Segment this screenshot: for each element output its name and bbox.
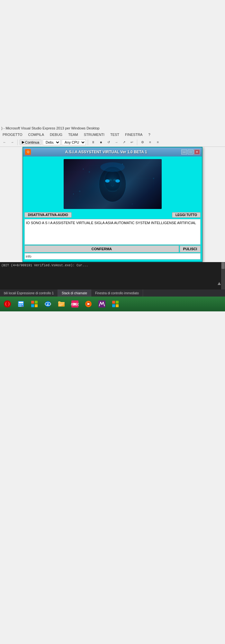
asia-minimize-btn[interactable]: — xyxy=(181,149,187,155)
play-icon: ▶ xyxy=(22,140,24,144)
svg-rect-38 xyxy=(59,304,64,304)
vs-toolbar: ← → ▶ Continua Debug Any CPU ⏸ ■ ↺ → ↗ ↩… xyxy=(0,138,225,147)
asia-confirm-row: CONFERMA PULISCI xyxy=(24,245,201,252)
svg-rect-33 xyxy=(35,304,38,307)
svg-rect-25 xyxy=(20,304,21,305)
menu-help[interactable]: ? xyxy=(147,132,151,137)
svg-rect-40 xyxy=(59,306,61,306)
toolbar-restart-btn[interactable]: ↺ xyxy=(105,139,112,146)
toolbar-step3-btn[interactable]: ↩ xyxy=(129,139,135,146)
vs-bottom-tabs: bili locali Espressione di controllo 1 S… xyxy=(0,289,225,297)
svg-rect-23 xyxy=(19,302,23,303)
asia-title-text: A.S.I.A ASSYSTENT VIRTUAL Ver 1.0 BETA 1 xyxy=(31,150,181,154)
asia-image-container xyxy=(23,156,202,212)
toolbar-extra-btn[interactable]: ⚙ xyxy=(139,139,146,146)
svg-rect-39 xyxy=(59,305,63,305)
menu-compila[interactable]: COMPILA xyxy=(27,132,46,137)
btn-leggi-tutto[interactable]: LEGGI TUTTO xyxy=(172,212,201,218)
debug-scrollbar-v[interactable] xyxy=(221,262,225,289)
svg-rect-48 xyxy=(112,301,115,304)
taskbar-ie[interactable]: e xyxy=(42,298,54,310)
svg-rect-28 xyxy=(20,306,21,307)
taskbar-opera[interactable] xyxy=(1,298,14,310)
toolbar-stop-btn[interactable]: ■ xyxy=(98,139,104,146)
toolbar-continua-btn[interactable]: ▶ Continua xyxy=(20,139,41,145)
debug-scrollbar-h[interactable] xyxy=(217,282,221,286)
toolbar-sep-3 xyxy=(137,139,137,145)
asia-close-btn[interactable]: ✕ xyxy=(194,149,200,155)
toolbar-unindent-btn[interactable]: ≡ xyxy=(155,139,161,146)
svg-rect-50 xyxy=(112,304,115,307)
svg-rect-26 xyxy=(22,304,23,305)
asia-app-icon: 🎨 xyxy=(25,149,31,155)
svg-rect-49 xyxy=(116,301,119,304)
toolbar-sep-1 xyxy=(17,139,18,145)
asia-action-row: DISATTIVA-ATTIVA-AUDIO LEGGI TUTTO xyxy=(23,212,202,218)
btn-disattiva-attiva-audio[interactable]: DISATTIVA-ATTIVA-AUDIO xyxy=(24,212,72,218)
svg-rect-27 xyxy=(19,306,20,307)
menu-test[interactable]: TEST xyxy=(109,132,121,137)
vs-title-bar: ) - Microsoft Visual Studio Express 2013… xyxy=(0,125,225,131)
toolbar-cpu-select[interactable]: Any CPU xyxy=(62,139,86,145)
taskbar-media-player[interactable] xyxy=(82,298,94,310)
menu-debug[interactable]: DEBUG xyxy=(49,132,64,137)
asia-maximize-btn[interactable]: □ xyxy=(188,149,194,155)
svg-point-21 xyxy=(6,302,9,306)
bottom-tab-immediate[interactable]: Finestra di controllo immediato xyxy=(91,289,143,297)
svg-rect-51 xyxy=(116,304,119,307)
vs-title-text: ) - Microsoft Visual Studio Express 2013… xyxy=(1,126,99,130)
taskbar-explorer[interactable] xyxy=(55,298,68,310)
asia-window-controls: — □ ✕ xyxy=(181,149,200,155)
bottom-tab-stack[interactable]: Stack di chiamate xyxy=(58,289,91,297)
toolbar-step2-btn[interactable]: ↗ xyxy=(121,139,127,146)
svg-rect-29 xyxy=(22,306,23,307)
svg-marker-18 xyxy=(218,282,221,285)
svg-rect-24 xyxy=(19,304,20,305)
windows-taskbar: e VIDEO xyxy=(0,297,225,311)
toolbar-forward-btn[interactable]: → xyxy=(9,139,15,146)
debug-scrollbar-thumb xyxy=(221,262,225,269)
svg-rect-32 xyxy=(31,304,34,307)
btn-pulisci[interactable]: PULISCI xyxy=(180,245,201,252)
vs-debug-panel: (BIT (4+0/909191 Verified.VsHost.exe): C… xyxy=(0,262,225,289)
toolbar-sep-2 xyxy=(88,139,88,145)
asia-app-window: 🎨 A.S.I.A ASSYSTENT VIRTUAL Ver 1.0 BETA… xyxy=(22,147,203,262)
svg-rect-30 xyxy=(31,301,34,304)
menu-team[interactable]: TEAM xyxy=(67,132,79,137)
debug-text: (BIT (4+0/909191 Verified.VsHost.exe): C… xyxy=(0,262,225,269)
asia-input-area[interactable]: info xyxy=(24,253,201,260)
menu-progetto[interactable]: PROGETTO xyxy=(1,132,24,137)
taskbar-video[interactable]: VIDEO xyxy=(69,298,81,310)
ai-avatar-image xyxy=(64,159,162,209)
toolbar-debug-select[interactable]: Debug xyxy=(43,139,60,145)
vs-menu-bar: PROGETTO COMPILA DEBUG TEAM STRUMENTI TE… xyxy=(0,131,225,138)
toolbar-indent-btn[interactable]: ≡ xyxy=(147,139,153,146)
taskbar-app-squares[interactable] xyxy=(109,298,122,310)
toolbar-step-btn[interactable]: → xyxy=(113,139,120,146)
svg-rect-31 xyxy=(35,301,38,304)
asia-text-display: IO SONO A S I A ASSISTENTE VIRTUALE SIGL… xyxy=(24,219,201,245)
taskbar-store[interactable] xyxy=(28,298,40,310)
asia-title-bar: 🎨 A.S.I.A ASSYSTENT VIRTUAL Ver 1.0 BETA… xyxy=(23,147,202,156)
face-svg-overlay xyxy=(64,159,162,209)
taskbar-visual-studio[interactable] xyxy=(96,298,108,310)
menu-finestra[interactable]: FINESTRA xyxy=(124,132,144,137)
menu-strumenti[interactable]: STRUMENTI xyxy=(83,132,106,137)
bottom-empty-area xyxy=(0,311,225,633)
top-empty-area xyxy=(0,0,225,125)
toolbar-pause-btn[interactable]: ⏸ xyxy=(90,139,96,146)
svg-rect-17 xyxy=(64,159,162,209)
btn-conferma[interactable]: CONFERMA xyxy=(24,245,179,252)
bottom-tab-inactive[interactable]: bili locali Espressione di controllo 1 xyxy=(0,289,58,297)
toolbar-back-btn[interactable]: ← xyxy=(1,139,8,146)
svg-text:e: e xyxy=(47,302,49,306)
taskbar-calculator[interactable] xyxy=(15,298,27,310)
asia-window-container: 🎨 A.S.I.A ASSYSTENT VIRTUAL Ver 1.0 BETA… xyxy=(0,147,225,262)
